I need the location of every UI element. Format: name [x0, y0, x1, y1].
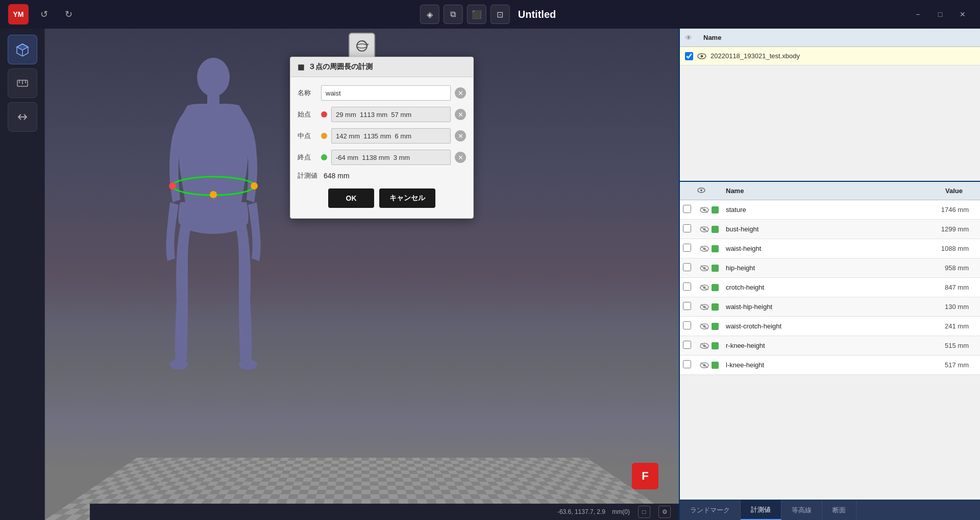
row-name-3: hip-height: [724, 264, 921, 272]
table-row: r-knee-height 515 mm: [680, 336, 980, 356]
measurement-dialog: ▦ ３点の周囲長の計測 名称 ✕ 始点 ✕ 中: [290, 57, 474, 219]
svg-rect-9: [207, 94, 219, 105]
mid-input[interactable]: [331, 128, 451, 144]
file-list-eye-col: 👁: [685, 34, 703, 42]
tab-section[interactable]: 断面: [822, 500, 856, 520]
sidebar-compare-button[interactable]: [8, 102, 37, 132]
start-label: 始点: [298, 110, 317, 119]
row-eye-4[interactable]: [697, 284, 712, 291]
title-bar-left: YM ↺ ↻: [8, 4, 78, 25]
maximize-button[interactable]: □: [931, 7, 949, 21]
row-eye-3[interactable]: [697, 265, 712, 272]
row-eye-8[interactable]: [697, 362, 712, 369]
table-row: crotch-height 847 mm: [680, 278, 980, 297]
name-clear-button[interactable]: ✕: [455, 87, 466, 99]
compare-icon: [15, 110, 30, 124]
cancel-button[interactable]: キャンセル: [379, 188, 435, 208]
row-eye-5[interactable]: [697, 303, 712, 311]
row-check-3[interactable]: [683, 263, 697, 273]
app-logo: YM: [8, 4, 29, 25]
dialog-body: 名称 ✕ 始点 ✕ 中点 ✕: [290, 77, 473, 218]
cube-icon: [15, 42, 30, 57]
tab-landmark[interactable]: ランドマーク: [680, 500, 741, 520]
row-value-0: 1746 mm: [921, 206, 977, 214]
svg-point-22: [700, 189, 702, 191]
row-check-7[interactable]: [683, 341, 697, 350]
row-color-8: [712, 362, 724, 369]
row-name-4: crotch-height: [724, 283, 921, 291]
row-color-6: [712, 323, 724, 330]
row-name-1: bust-height: [724, 225, 921, 233]
file-checkbox[interactable]: [685, 52, 693, 60]
name-row: 名称 ✕: [298, 85, 466, 101]
eye-col-icon: 👁: [685, 34, 692, 42]
row-color-5: [712, 303, 724, 311]
status-square-button[interactable]: □: [638, 506, 650, 518]
row-color-7: [712, 342, 724, 349]
status-settings-button[interactable]: ⚙: [658, 506, 671, 518]
mid-clear-button[interactable]: ✕: [455, 130, 466, 141]
row-color-0: [712, 206, 724, 214]
row-value-8: 517 mm: [921, 361, 977, 369]
svg-point-18: [357, 44, 367, 48]
name-input[interactable]: [321, 85, 451, 101]
table-row: hip-height 958 mm: [680, 258, 980, 278]
end-dot: [321, 154, 327, 160]
row-eye-6[interactable]: [697, 323, 712, 330]
main-area: F ▦ ３点の周囲長の計測 名称 ✕ 始点 ✕: [0, 29, 980, 520]
row-check-1[interactable]: [683, 224, 697, 234]
row-check-8[interactable]: [683, 360, 697, 370]
row-eye-0[interactable]: [697, 206, 712, 214]
row-name-2: waist-height: [724, 245, 921, 252]
viewport-top-button[interactable]: [349, 33, 375, 59]
row-value-1: 1299 mm: [921, 225, 977, 233]
sidebar-view-button[interactable]: [8, 35, 37, 64]
table-header: Name Value: [680, 182, 980, 200]
start-input[interactable]: [331, 107, 451, 122]
row-eye-7[interactable]: [697, 342, 712, 349]
row-eye-1[interactable]: [697, 226, 712, 233]
view-btn-2[interactable]: ⧉: [444, 5, 463, 24]
sidebar-measure-button[interactable]: [8, 68, 37, 98]
row-name-8: l-knee-height: [724, 361, 921, 369]
end-input[interactable]: [331, 150, 451, 165]
minimize-button[interactable]: −: [909, 7, 927, 21]
measure-icon: [15, 76, 30, 90]
title-bar: YM ↺ ↻ ◈ ⧉ ⬛ ⊡ Untitled − □ ✕: [0, 0, 980, 29]
view-btn-4[interactable]: ⊡: [491, 5, 510, 24]
tab-bar: ランドマーク 計測値 等高線 断面: [680, 500, 980, 520]
redo-button[interactable]: ↻: [59, 5, 78, 23]
row-name-0: stature: [724, 206, 921, 214]
title-bar-right: − □ ✕: [909, 7, 972, 21]
row-color-1: [712, 226, 724, 233]
row-check-4[interactable]: [683, 282, 697, 292]
row-check-2[interactable]: [683, 244, 697, 253]
close-button[interactable]: ✕: [953, 7, 972, 21]
row-eye-2[interactable]: [697, 245, 712, 252]
right-panel: 👁 Name 20220118_193021_test.xbody: [679, 29, 980, 520]
start-row: 始点 ✕: [298, 107, 466, 122]
table-row: waist-height 1088 mm: [680, 239, 980, 258]
table-row: stature 1746 mm: [680, 200, 980, 220]
tab-measurement[interactable]: 計測値: [741, 500, 781, 520]
dialog-title: ▦ ３点の周囲長の計測: [290, 57, 473, 77]
end-label: 終点: [298, 153, 317, 162]
file-eye-icon[interactable]: [696, 51, 707, 62]
ok-button[interactable]: OK: [328, 188, 374, 208]
view-btn-3[interactable]: ⬛: [467, 5, 486, 24]
status-bar: -63.6, 1137.7, 2.9 mm(0) □ ⚙: [90, 504, 679, 520]
row-check-5[interactable]: [683, 302, 697, 312]
mid-label: 中点: [298, 131, 317, 140]
end-clear-button[interactable]: ✕: [455, 152, 466, 163]
view-btn-1[interactable]: ◈: [420, 5, 439, 24]
row-check-6[interactable]: [683, 321, 697, 331]
svg-point-11: [239, 360, 257, 370]
undo-button[interactable]: ↺: [35, 5, 53, 23]
title-center: ◈ ⧉ ⬛ ⊡ Untitled: [420, 5, 560, 24]
viewport[interactable]: F ▦ ３点の周囲長の計測 名称 ✕ 始点 ✕: [45, 29, 679, 520]
tab-contour[interactable]: 等高線: [781, 500, 822, 520]
row-check-0[interactable]: [683, 205, 697, 215]
start-clear-button[interactable]: ✕: [455, 109, 466, 120]
row-name-5: waist-hip-height: [724, 303, 921, 311]
file-name-label: 20220118_193021_test.xbody: [710, 52, 800, 60]
